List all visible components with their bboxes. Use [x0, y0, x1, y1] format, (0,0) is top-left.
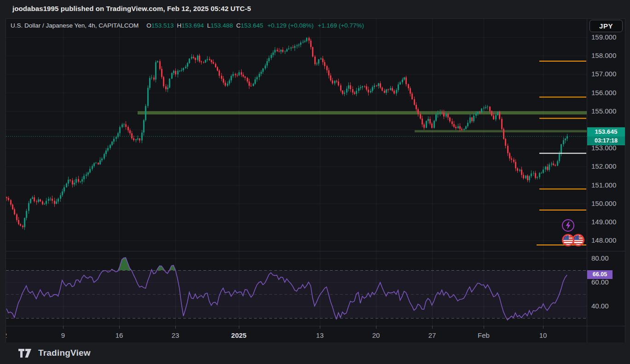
price-tick: 148.000	[591, 236, 616, 244]
time-tick: 27	[428, 331, 436, 339]
change-day: +0.129 (+0.08%)	[267, 22, 314, 29]
time-tick: 9	[61, 331, 65, 339]
last-price-label: 153.645 03:17:18	[587, 127, 625, 145]
attribution-text: joodabas1995 published on TradingView.co…	[12, 5, 251, 12]
time-tick: 10	[539, 331, 547, 339]
tradingview-logo-text: TradingView	[38, 348, 91, 358]
footer-bar: TradingView	[0, 342, 630, 364]
price-tick: 149.000	[591, 218, 616, 226]
time-tick: 20	[372, 331, 380, 339]
time-tick: 23	[172, 331, 179, 339]
bar-countdown: 03:17:18	[587, 136, 625, 145]
time-tick: 2025	[231, 331, 246, 339]
lightning-icon[interactable]	[562, 219, 574, 232]
drawing-lines[interactable]	[6, 61, 587, 245]
attribution-bar: joodabas1995 published on TradingView.co…	[0, 0, 630, 18]
time-tick: 2	[6, 331, 7, 339]
close-value: 153.645	[241, 22, 263, 29]
low-label: L	[207, 22, 211, 29]
chart-canvas[interactable]	[6, 19, 625, 343]
us-flag-icon[interactable]	[562, 234, 574, 246]
currency-button[interactable]: JPY	[590, 20, 623, 32]
high-label: H	[177, 22, 181, 29]
price-tick: 157.000	[591, 70, 616, 78]
rsi-tick: 60.00	[591, 278, 609, 286]
price-tick: 159.000	[591, 33, 616, 41]
rsi-indicator	[6, 258, 587, 320]
time-tick: 13	[316, 331, 324, 339]
screenshot-root: joodabas1995 published on TradingView.co…	[0, 0, 630, 364]
price-tick: 158.000	[591, 51, 616, 59]
candlestick-series	[6, 37, 568, 230]
tradingview-mark-icon	[18, 349, 34, 358]
price-tick: 156.000	[591, 89, 616, 97]
close-label: C	[236, 22, 241, 29]
open-value: 153.513	[151, 22, 174, 29]
last-price-value: 153.645	[587, 127, 625, 136]
change-extended: +1.169 (+0.77%)	[318, 22, 364, 29]
tradingview-logo[interactable]: TradingView	[18, 348, 91, 358]
open-label: O	[146, 22, 151, 29]
supply-demand-zones	[138, 111, 587, 132]
chart-widget: U.S. Dollar / Japanese Yen, 4h, CAPITALC…	[6, 18, 625, 343]
high-value: 153.694	[181, 22, 204, 29]
price-tick: 151.000	[591, 181, 616, 189]
rsi-tick: 40.00	[591, 302, 609, 310]
symbol-title[interactable]: U.S. Dollar / Japanese Yen, 4h, CAPITALC…	[11, 22, 139, 29]
symbol-legend[interactable]: U.S. Dollar / Japanese Yen, 4h, CAPITALC…	[11, 22, 364, 29]
rsi-tick: 80.00	[591, 254, 609, 262]
price-tick: 152.000	[591, 162, 616, 170]
time-tick: Feb	[478, 331, 490, 339]
rsi-value-label: 66.05	[587, 270, 613, 279]
low-value: 153.488	[211, 22, 233, 29]
price-tick: 150.000	[591, 199, 616, 207]
price-tick: 155.000	[591, 107, 616, 115]
time-tick: 16	[116, 331, 123, 339]
